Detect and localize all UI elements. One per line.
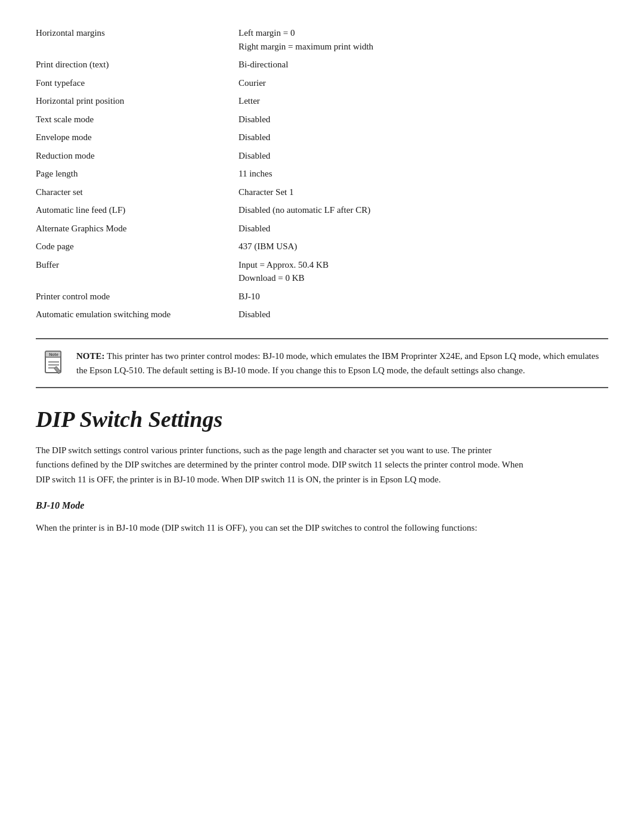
row-value: Disabled bbox=[239, 308, 608, 321]
row-label: Page length bbox=[36, 167, 239, 181]
row-label: Horizontal margins bbox=[36, 26, 239, 53]
note-box: Note NOTE: This printer has two printer … bbox=[36, 338, 608, 388]
row-label: Character set bbox=[36, 185, 239, 199]
table-row: Reduction modeDisabled bbox=[36, 147, 608, 165]
table-row: Code page437 (IBM USA) bbox=[36, 237, 608, 256]
row-value: Disabled bbox=[239, 222, 608, 236]
row-value: Bi-directional bbox=[239, 58, 608, 72]
table-row: Text scale modeDisabled bbox=[36, 110, 608, 129]
row-label: Alternate Graphics Mode bbox=[36, 222, 239, 236]
row-value: Disabled (no automatic LF after CR) bbox=[239, 203, 608, 217]
note-body: This printer has two printer control mod… bbox=[76, 351, 599, 375]
row-label: Horizontal print position bbox=[36, 94, 239, 108]
table-row: Font typefaceCourier bbox=[36, 74, 608, 92]
row-value: 437 (IBM USA) bbox=[239, 240, 608, 253]
row-label: Code page bbox=[36, 240, 239, 253]
row-value: Character Set 1 bbox=[239, 185, 608, 199]
table-row: Alternate Graphics ModeDisabled bbox=[36, 219, 608, 238]
table-row: Printer control modeBJ-10 bbox=[36, 287, 608, 306]
table-row: Page length11 inches bbox=[36, 165, 608, 183]
row-label: Text scale mode bbox=[36, 113, 239, 126]
row-label: Reduction mode bbox=[36, 149, 239, 163]
row-value: 11 inches bbox=[239, 167, 608, 181]
row-label: Font typeface bbox=[36, 76, 239, 90]
bj10-mode-title: BJ-10 Mode bbox=[36, 500, 608, 511]
settings-table: Horizontal marginsLeft margin = 0Right m… bbox=[36, 24, 608, 324]
row-value: BJ-10 bbox=[239, 290, 608, 304]
row-label: Automatic line feed (LF) bbox=[36, 203, 239, 217]
table-row: Print direction (text)Bi-directional bbox=[36, 55, 608, 74]
table-row: Automatic emulation switching modeDisabl… bbox=[36, 305, 608, 324]
row-label: Buffer bbox=[36, 258, 239, 285]
row-label: Automatic emulation switching mode bbox=[36, 308, 239, 321]
row-value: Courier bbox=[239, 76, 608, 90]
note-icon: Note bbox=[42, 349, 66, 376]
row-label: Envelope mode bbox=[36, 131, 239, 144]
table-row: Envelope modeDisabled bbox=[36, 128, 608, 147]
note-bold: NOTE: bbox=[76, 351, 105, 361]
row-value: Letter bbox=[239, 94, 608, 108]
row-label: Print direction (text) bbox=[36, 58, 239, 72]
row-value: Input = Approx. 50.4 KBDownload = 0 KB bbox=[239, 258, 608, 285]
table-row: BufferInput = Approx. 50.4 KBDownload = … bbox=[36, 256, 608, 287]
dip-section-intro: The DIP switch settings control various … bbox=[36, 443, 525, 487]
bj10-mode-body: When the printer is in BJ-10 mode (DIP s… bbox=[36, 521, 525, 535]
row-value: Disabled bbox=[239, 131, 608, 144]
table-row: Automatic line feed (LF)Disabled (no aut… bbox=[36, 201, 608, 219]
svg-text:Note: Note bbox=[49, 352, 58, 357]
dip-section-title: DIP Switch Settings bbox=[36, 406, 608, 432]
table-row: Horizontal print positionLetter bbox=[36, 92, 608, 110]
note-content: NOTE: This printer has two printer contr… bbox=[76, 349, 602, 377]
row-label: Printer control mode bbox=[36, 290, 239, 304]
table-row: Character setCharacter Set 1 bbox=[36, 183, 608, 202]
table-row: Horizontal marginsLeft margin = 0Right m… bbox=[36, 24, 608, 55]
row-value: Disabled bbox=[239, 149, 608, 163]
row-value: Left margin = 0Right margin = maximum pr… bbox=[239, 26, 608, 53]
row-value: Disabled bbox=[239, 113, 608, 126]
